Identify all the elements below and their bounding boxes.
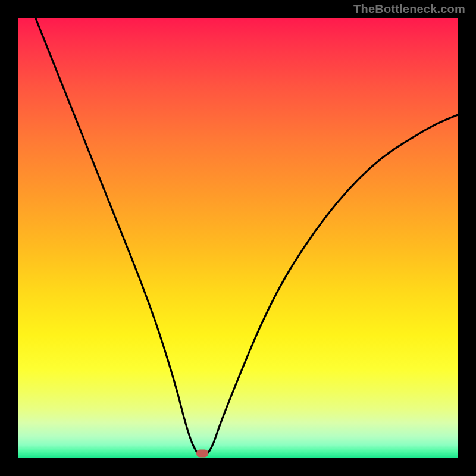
optimal-point-marker (196, 450, 208, 458)
chart-frame: TheBottleneck.com (0, 0, 476, 476)
watermark-text: TheBottleneck.com (353, 2, 465, 16)
bottleneck-curve (18, 18, 458, 458)
plot-area (18, 18, 458, 458)
